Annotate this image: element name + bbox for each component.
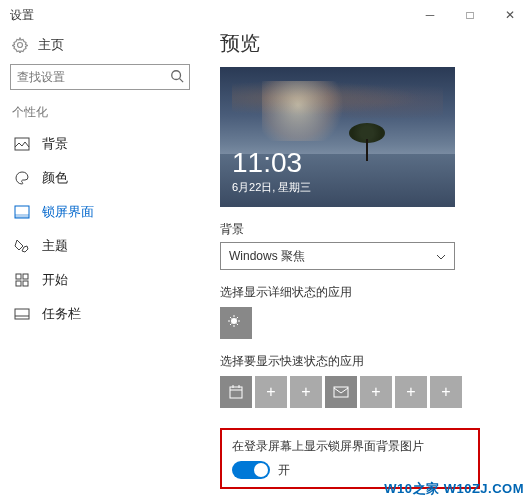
- chevron-down-icon: [436, 249, 446, 263]
- weather-icon: [227, 314, 245, 332]
- preview-heading: 预览: [220, 30, 520, 57]
- nav-label: 开始: [42, 271, 68, 289]
- watermark: W10之家 W10ZJ.COM: [384, 480, 524, 498]
- picture-icon: [14, 136, 30, 152]
- toggle-state: 开: [278, 462, 290, 479]
- gear-icon: [12, 37, 28, 53]
- svg-rect-8: [23, 281, 28, 286]
- nav-label: 主题: [42, 237, 68, 255]
- nav-label: 任务栏: [42, 305, 81, 323]
- start-icon: [14, 272, 30, 288]
- quick-status-add-3[interactable]: +: [360, 376, 392, 408]
- login-bg-toggle[interactable]: [232, 461, 270, 479]
- svg-line-18: [230, 324, 232, 326]
- nav-label: 颜色: [42, 169, 68, 187]
- window-title: 设置: [10, 7, 34, 24]
- calendar-icon: [228, 384, 244, 400]
- preview-time: 11:03: [232, 147, 302, 179]
- search-icon: [170, 69, 184, 86]
- themes-icon: [14, 238, 30, 254]
- background-label: 背景: [220, 221, 520, 238]
- detail-status-label: 选择显示详细状态的应用: [220, 284, 520, 301]
- lockscreen-icon: [14, 204, 30, 220]
- quick-status-add-1[interactable]: +: [255, 376, 287, 408]
- search-input[interactable]: [10, 64, 190, 90]
- detail-status-app[interactable]: [220, 307, 252, 339]
- svg-point-11: [231, 318, 237, 324]
- quick-status-add-2[interactable]: +: [290, 376, 322, 408]
- taskbar-icon: [14, 306, 30, 322]
- svg-line-1: [180, 79, 184, 83]
- quick-status-add-5[interactable]: +: [430, 376, 462, 408]
- svg-rect-20: [230, 387, 242, 398]
- mail-icon: [333, 386, 349, 398]
- dropdown-value: Windows 聚焦: [229, 248, 305, 265]
- login-bg-label: 在登录屏幕上显示锁屏界面背景图片: [232, 438, 468, 455]
- quick-status-label: 选择要显示快速状态的应用: [220, 353, 520, 370]
- svg-line-16: [230, 317, 232, 319]
- svg-rect-7: [16, 281, 21, 286]
- svg-rect-5: [16, 274, 21, 279]
- close-button[interactable]: ✕: [490, 0, 530, 30]
- svg-point-0: [172, 71, 181, 80]
- lockscreen-preview: 11:03 6月22日, 星期三: [220, 67, 455, 207]
- maximize-button[interactable]: □: [450, 0, 490, 30]
- plus-icon: +: [371, 383, 380, 401]
- home-label: 主页: [38, 36, 64, 54]
- svg-rect-4: [15, 214, 29, 218]
- svg-line-17: [237, 324, 239, 326]
- svg-line-19: [237, 317, 239, 319]
- plus-icon: +: [441, 383, 450, 401]
- plus-icon: +: [301, 383, 310, 401]
- minimize-button[interactable]: ─: [410, 0, 450, 30]
- nav-label: 背景: [42, 135, 68, 153]
- svg-rect-24: [334, 387, 348, 397]
- preview-date: 6月22日, 星期三: [232, 180, 311, 195]
- svg-rect-9: [15, 309, 29, 319]
- quick-status-app-mail[interactable]: [325, 376, 357, 408]
- plus-icon: +: [406, 383, 415, 401]
- nav-label: 锁屏界面: [42, 203, 94, 221]
- quick-status-add-4[interactable]: +: [395, 376, 427, 408]
- palette-icon: [14, 170, 30, 186]
- plus-icon: +: [266, 383, 275, 401]
- background-dropdown[interactable]: Windows 聚焦: [220, 242, 455, 270]
- quick-status-app-calendar[interactable]: [220, 376, 252, 408]
- svg-rect-6: [23, 274, 28, 279]
